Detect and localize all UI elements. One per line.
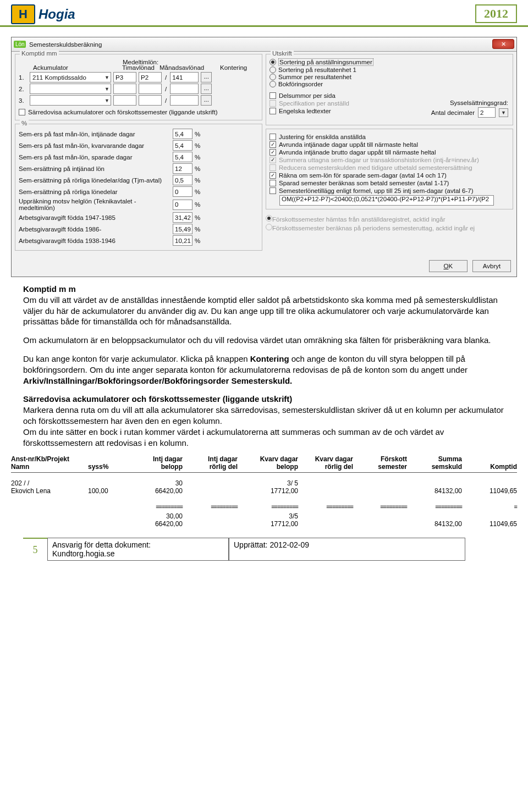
- pct-input-2[interactable]: 5,4: [173, 152, 193, 162]
- logo: H Hogia: [11, 4, 75, 24]
- checkbox-engelska[interactable]: [270, 108, 276, 114]
- ackumulator-select-3[interactable]: ▼: [30, 95, 111, 106]
- row-number: 3.: [19, 97, 28, 104]
- col-header: semester: [363, 463, 407, 471]
- pct-label: Sem-ersättning på rörliga lönedelar/dag …: [19, 177, 173, 184]
- chevron-down-icon[interactable]: ▼: [499, 108, 508, 117]
- cell: 17712,00: [248, 487, 298, 495]
- ackumulator-select-2[interactable]: ▼: [30, 84, 111, 94]
- pct-label: Uppräkning motsv helglön (Teknikavtalet …: [19, 198, 173, 211]
- checkbox-sparad[interactable]: [270, 180, 276, 186]
- checkbox-delsummor[interactable]: [270, 92, 276, 99]
- logo-text: Hogia: [38, 7, 75, 22]
- chevron-down-icon: ▼: [105, 86, 109, 92]
- separator: =========: [193, 504, 248, 510]
- paragraph: Om ackumulatorn är en beloppsackumulator…: [23, 335, 505, 346]
- chk-label: Summera uttagna sem-dagar ur transaktion…: [279, 157, 479, 163]
- tim-input-3[interactable]: [113, 95, 136, 106]
- col-header: rörlig del: [308, 463, 353, 471]
- report-table: Anst-nr/Kb/ProjektNamn syss% Intj dagarb…: [11, 454, 517, 528]
- page-footer: 5 Ansvarig för detta dokument: Kundtorg.…: [23, 538, 505, 561]
- checkbox-semlonetillagg[interactable]: [270, 187, 276, 194]
- kontering-browse-button-1[interactable]: ...: [201, 72, 212, 82]
- group-utskrift-title: Utskrift: [271, 50, 294, 57]
- cell: 30,00: [132, 512, 183, 520]
- radio-sort-anst[interactable]: [270, 59, 276, 65]
- chk-label: Räkna om sem-lön för sparade sem-dagar (…: [279, 172, 447, 179]
- close-button[interactable]: ✕: [492, 39, 514, 49]
- cell: 66420,00: [132, 520, 183, 528]
- pct-input-5[interactable]: 0: [173, 186, 193, 197]
- logo-badge-icon: H: [11, 4, 35, 24]
- group-percent: % Sem-ers på fast mån-lön, intjänade dag…: [15, 124, 262, 251]
- tim-input-2[interactable]: [113, 84, 136, 94]
- dialog-titlebar: Lön Semesterskuldsberäkning ✕: [12, 37, 516, 52]
- decimaler-input[interactable]: 2: [478, 107, 496, 118]
- pct-input-6[interactable]: 0: [173, 200, 193, 210]
- ackumulator-select-1[interactable]: 211 Komptidssaldo▼: [30, 72, 111, 82]
- footer-created: Upprättat: 2012-02-09: [229, 538, 465, 561]
- chk-label: Reducera semesterskulden med tidigare ut…: [279, 164, 472, 171]
- pct-input-8[interactable]: 15,49: [173, 224, 193, 234]
- col-header: belopp: [132, 463, 183, 471]
- pct-input-4[interactable]: 0,5: [173, 175, 193, 185]
- year-box: 2012: [475, 4, 517, 23]
- pct-input-7[interactable]: 31,42: [173, 212, 193, 223]
- cell: 30: [132, 479, 183, 487]
- man-input-1[interactable]: P2: [139, 72, 162, 82]
- dialog-semesterskuld: Lön Semesterskuldsberäkning ✕ Komptid mm…: [11, 37, 517, 277]
- checkbox-avrunda-intj[interactable]: [270, 141, 276, 148]
- pct-label: Sem-ersättning på intjänad lön: [19, 165, 173, 172]
- man-input-3[interactable]: [139, 95, 162, 106]
- radio-bokforing[interactable]: [270, 81, 276, 87]
- pct-label: Arbetsgivaravgift födda 1938-1946: [19, 237, 173, 244]
- cell: 11049,65: [468, 487, 517, 495]
- pct-input-1[interactable]: 5,4: [173, 140, 193, 151]
- radio-label: Sortering på resultatenhet 1: [278, 67, 356, 73]
- col-header: rörlig del: [193, 463, 238, 471]
- pct-label: Arbetsgivaravgift födda 1986-: [19, 226, 173, 233]
- radio-summor[interactable]: [270, 74, 276, 80]
- col-header: Kvarv dagar: [308, 455, 353, 463]
- cancel-button[interactable]: Avbryt: [472, 260, 511, 272]
- checkbox-avrunda-brutto[interactable]: [270, 149, 276, 156]
- col-header: syss%: [88, 463, 132, 471]
- radio-sort-resultat1[interactable]: [270, 67, 276, 73]
- kontering-input-3[interactable]: [170, 95, 199, 106]
- ok-button[interactable]: OOKK: [429, 260, 468, 272]
- checkbox-sarredovisa[interactable]: [19, 109, 25, 115]
- label-medeltimlon: Medeltimlön:: [123, 59, 158, 65]
- footer-responsible: Ansvarig för detta dokument: Kundtorg.ho…: [47, 538, 229, 561]
- pct-input-3[interactable]: 12: [173, 163, 193, 174]
- chk-label: Specifikation per anställd: [279, 100, 349, 107]
- label-syssel: Sysselsättningsgrad:: [450, 100, 508, 106]
- paragraph: Om du vill att värdet av de anställdas i…: [23, 295, 505, 327]
- dialog-title: Semesterskuldsberäkning: [29, 41, 102, 48]
- checkbox-rakna-om[interactable]: [270, 172, 276, 179]
- radio-label: Bokföringsorder: [278, 81, 323, 87]
- heading-komptid: Komptid m m: [23, 284, 505, 295]
- formula-input[interactable]: OM((P2+P12-P7)<20400;(0,0521*(20400-(P2+…: [279, 195, 494, 206]
- man-input-2[interactable]: [139, 84, 162, 94]
- cell: 17712,00: [248, 520, 298, 528]
- pct-label: Sem-ers på fast mån-lön, kvarvarande dag…: [19, 142, 173, 149]
- kontering-input-1[interactable]: 141: [170, 72, 199, 82]
- cell: 11049,65: [468, 520, 517, 528]
- tim-input-1[interactable]: P3: [113, 72, 136, 82]
- pct-input-9[interactable]: 10,21: [173, 235, 193, 246]
- checkbox-justering[interactable]: [270, 134, 276, 140]
- separator: =========: [248, 504, 308, 510]
- row-number: 1.: [19, 74, 28, 81]
- pct-input-0[interactable]: 5,4: [173, 129, 193, 139]
- pct-label: Sem-ersättning på rörliga lönedelar: [19, 189, 173, 195]
- page-number: 5: [23, 538, 47, 561]
- kontering-browse-button-3[interactable]: ...: [201, 95, 212, 106]
- col-header: belopp: [248, 463, 298, 471]
- label-kontering: Kontering: [220, 64, 247, 71]
- chk-label: Delsummor per sida: [279, 92, 336, 99]
- chevron-down-icon: ▼: [105, 98, 109, 103]
- pct-label: Sem-ers på fast mån-lön, sparade dagar: [19, 154, 173, 161]
- kontering-browse-button-2[interactable]: ...: [201, 84, 212, 94]
- kontering-input-2[interactable]: [170, 84, 199, 94]
- col-header: Förskott: [363, 455, 407, 463]
